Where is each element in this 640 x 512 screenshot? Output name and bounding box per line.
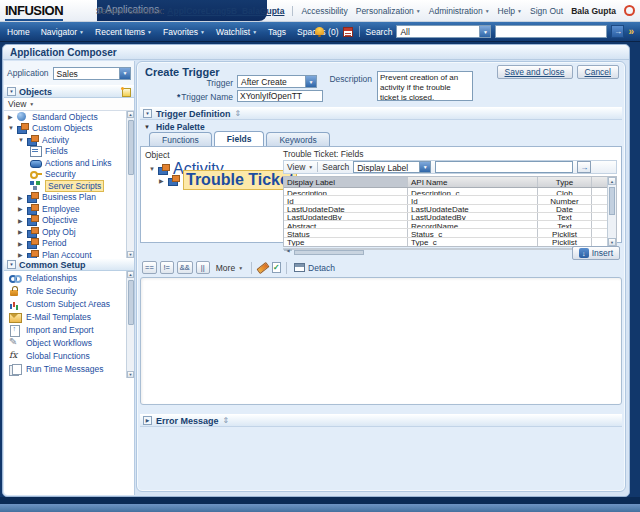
- expand-arrow-icon[interactable]: [18, 251, 27, 258]
- notifications-bell-icon[interactable]: [315, 27, 324, 37]
- objects-panel-header[interactable]: Objects: [4, 85, 134, 98]
- expand-arrow-icon[interactable]: [18, 194, 27, 201]
- view-menu[interactable]: View: [287, 162, 313, 172]
- or-operator-button[interactable]: ||: [196, 261, 210, 274]
- table-row[interactable]: AbstractRecordNameText: [284, 221, 607, 229]
- scroll-up-icon[interactable]: [127, 271, 134, 278]
- list-item-relationships[interactable]: Relationships: [4, 271, 134, 284]
- calendar-icon[interactable]: [343, 27, 353, 37]
- list-scrollbar[interactable]: [126, 271, 134, 378]
- save-and-close-button[interactable]: Save and Close: [497, 65, 573, 79]
- tree-item-custom-objects[interactable]: Custom Objects: [4, 123, 134, 135]
- expand-arrow-icon[interactable]: [159, 177, 168, 184]
- collapse-arrow-icon[interactable]: [18, 137, 27, 143]
- view-menu[interactable]: View: [8, 99, 34, 109]
- expand-icon[interactable]: [143, 416, 152, 425]
- cancel-button[interactable]: Cancel: [577, 65, 619, 79]
- scroll-down-icon[interactable]: [127, 371, 134, 378]
- search-go-button[interactable]: [611, 25, 624, 38]
- more-menu[interactable]: More: [216, 263, 243, 273]
- tree-item-employee[interactable]: Employee: [4, 203, 134, 215]
- collapse-icon[interactable]: [143, 109, 152, 118]
- tree-item-security[interactable]: Security: [4, 169, 134, 181]
- tree-item-standard-objects[interactable]: Standard Objects: [4, 111, 134, 123]
- scrollbar-thumb[interactable]: [609, 187, 615, 215]
- tab-functions[interactable]: Functions: [149, 132, 212, 146]
- search-scope-select[interactable]: All: [396, 25, 491, 38]
- global-search-input[interactable]: [495, 25, 607, 38]
- scrollbar-thumb[interactable]: [128, 280, 134, 325]
- chevron-down-icon[interactable]: [305, 76, 316, 87]
- list-item-global-functions[interactable]: Global Functions: [4, 349, 134, 362]
- trigger-type-select[interactable]: After Create: [237, 75, 317, 88]
- list-item-email-templates[interactable]: E-Mail Templates: [4, 310, 134, 323]
- fields-search-input[interactable]: [435, 161, 573, 173]
- chevron-down-icon[interactable]: [419, 162, 430, 172]
- search-go-button[interactable]: [577, 161, 591, 173]
- list-item-role-security[interactable]: Role Security: [4, 284, 134, 297]
- tree-item-server-scripts[interactable]: Server Scripts: [4, 180, 134, 192]
- collapse-arrow-icon[interactable]: [8, 125, 17, 131]
- trigger-definition-header[interactable]: Trigger Definition ⇕: [140, 107, 622, 120]
- application-select[interactable]: Sales: [53, 67, 131, 80]
- tree-item-actions-and-links[interactable]: Actions and Links: [4, 157, 134, 169]
- table-row[interactable]: IdIdNumber: [284, 196, 607, 204]
- tab-keywords[interactable]: Keywords: [266, 132, 329, 146]
- scroll-left-icon[interactable]: [284, 249, 292, 251]
- nav-navigator[interactable]: Navigator: [41, 27, 84, 37]
- expand-arrow-icon[interactable]: [18, 217, 27, 224]
- expand-arrow-icon[interactable]: [18, 205, 27, 212]
- accessibility-link[interactable]: Accessibility: [301, 6, 347, 16]
- expand-arrow-icon[interactable]: [18, 240, 27, 247]
- list-item-import-export[interactable]: Import and Export: [4, 323, 134, 336]
- tab-fields[interactable]: Fields: [214, 131, 265, 146]
- and-operator-button[interactable]: &&: [177, 261, 193, 274]
- scrollbar-thumb[interactable]: [128, 120, 134, 175]
- help-menu[interactable]: Help: [498, 6, 522, 16]
- list-item-custom-subject-areas[interactable]: Custom Subject Areas: [4, 297, 134, 310]
- not-equals-operator-button[interactable]: !=: [160, 261, 174, 274]
- scroll-up-icon[interactable]: [608, 177, 616, 185]
- collapse-arrow-icon[interactable]: [149, 166, 158, 172]
- eraser-icon[interactable]: [257, 262, 269, 273]
- list-item-run-time-messages[interactable]: Run Time Messages: [4, 362, 134, 375]
- hide-palette-link[interactable]: Hide Palette: [144, 122, 205, 132]
- detach-button[interactable]: Detach: [294, 263, 335, 273]
- error-message-header[interactable]: Error Message ⇕: [140, 414, 622, 427]
- table-row[interactable]: LastUpdateDateLastUpdateDateDate: [284, 205, 607, 213]
- create-object-icon[interactable]: [121, 87, 131, 97]
- trigger-name-input[interactable]: [237, 90, 323, 102]
- scroll-up-icon[interactable]: [127, 111, 134, 118]
- expand-arrow-icon[interactable]: [8, 113, 17, 120]
- chevron-down-icon[interactable]: [479, 26, 490, 37]
- nav-recent-items[interactable]: Recent Items: [95, 27, 152, 37]
- tree-item-plan-account[interactable]: Plan Account: [4, 249, 134, 258]
- resize-icon[interactable]: ⇕: [235, 109, 242, 118]
- column-header-api-name[interactable]: API Name: [408, 177, 538, 187]
- contact-icon[interactable]: [624, 5, 635, 16]
- search-column-select[interactable]: Display Label: [353, 161, 431, 173]
- column-header-display-label[interactable]: Display Label: [284, 177, 408, 187]
- collapse-icon[interactable]: [7, 260, 16, 269]
- nav-home[interactable]: Home: [7, 27, 30, 37]
- advanced-search-icon[interactable]: [628, 26, 634, 37]
- table-vertical-scrollbar[interactable]: [607, 177, 616, 246]
- description-textarea[interactable]: Prevent creation of an activity if the t…: [377, 71, 473, 101]
- table-row[interactable]: DescriptionDescription_cClob: [284, 188, 607, 196]
- equals-operator-button[interactable]: ==: [142, 261, 157, 274]
- list-item-object-workflows[interactable]: Object Workflows: [4, 336, 134, 349]
- palette-tree-trouble-ticket[interactable]: Trouble Ticket: [145, 175, 277, 187]
- insert-button[interactable]: Insert: [572, 246, 620, 260]
- tree-item-objective[interactable]: Objective: [4, 215, 134, 227]
- personalization-menu[interactable]: Personalization: [356, 6, 421, 16]
- tree-item-period[interactable]: Period: [4, 238, 134, 250]
- table-row[interactable]: LastUpdatedByLastUpdatedByText: [284, 213, 607, 221]
- tree-item-fields[interactable]: Fields: [4, 146, 134, 158]
- expand-arrow-icon[interactable]: [18, 228, 27, 235]
- table-row[interactable]: StatusStatus_cPicklist: [284, 229, 607, 237]
- nav-tags[interactable]: Tags: [268, 27, 286, 37]
- scrollbar-thumb[interactable]: [294, 250, 364, 256]
- script-editor-area[interactable]: [140, 277, 622, 405]
- tree-scrollbar[interactable]: [126, 111, 134, 258]
- common-setup-header[interactable]: Common Setup: [4, 258, 134, 271]
